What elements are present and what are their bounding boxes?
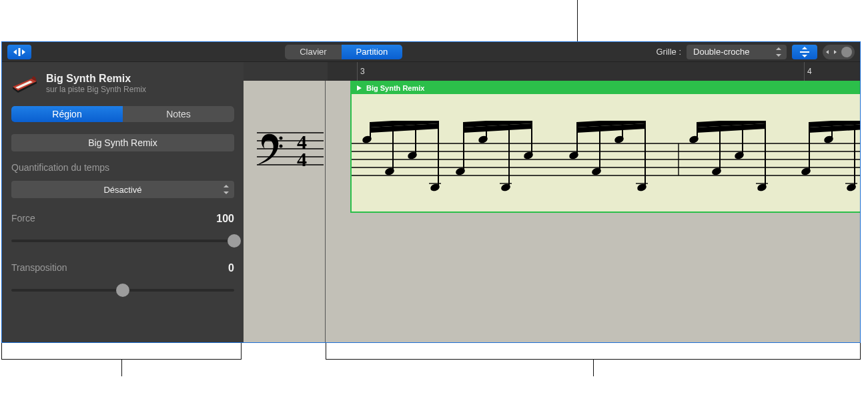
score-body[interactable]: 4 4 Big Synth Remix	[244, 81, 860, 342]
tab-region[interactable]: Région	[11, 106, 123, 122]
callout-line-top	[577, 0, 578, 41]
chevron-updown-icon	[224, 185, 230, 194]
toolbar: Clavier Partition Grille : Double-croche	[2, 42, 860, 62]
score-editor-window: Clavier Partition Grille : Double-croche	[1, 41, 861, 343]
quantize-select[interactable]: Désactivé	[11, 181, 234, 198]
region-name-field[interactable]: Big Synth Remix	[11, 134, 234, 151]
chevron-updown-icon	[776, 47, 783, 57]
track-title: Big Synth Remix	[46, 73, 146, 85]
force-label: Force	[11, 213, 35, 225]
catch-playhead-button[interactable]	[7, 45, 31, 59]
midi-region[interactable]: Big Synth Remix	[350, 81, 860, 213]
ruler-tick: 4	[804, 62, 812, 81]
region-header[interactable]: Big Synth Remix	[352, 82, 860, 94]
transpose-value: 0	[228, 262, 234, 274]
svg-point-8	[280, 145, 283, 148]
quantize-label: Quantification du temps	[11, 162, 234, 173]
inspector-panel: Big Synth Remix sur la piste Big Synth R…	[2, 62, 244, 342]
callout-bracket-score	[326, 343, 861, 360]
ruler-tick: 3	[357, 62, 365, 81]
slider-thumb[interactable]	[228, 234, 241, 248]
grid-label: Grille :	[656, 47, 681, 57]
quantize-value: Désactivé	[103, 185, 141, 195]
bass-clef-icon	[257, 134, 278, 165]
svg-rect-1	[800, 51, 809, 53]
tab-partition[interactable]: Partition	[342, 45, 403, 59]
force-value: 100	[216, 213, 234, 225]
transpose-label: Transposition	[11, 262, 67, 274]
toggle-knob	[841, 47, 852, 57]
svg-text:4: 4	[297, 148, 307, 170]
track-header: Big Synth Remix sur la piste Big Synth R…	[11, 73, 234, 94]
link-toggle[interactable]	[823, 45, 855, 59]
svg-rect-0	[19, 48, 21, 56]
callout-bracket-inspector	[1, 343, 242, 360]
svg-point-7	[280, 137, 283, 140]
playhead[interactable]	[325, 81, 326, 342]
view-mode-segmented: Clavier Partition	[285, 45, 402, 59]
region-staff	[352, 121, 860, 201]
grid-select[interactable]: Double-croche	[687, 45, 787, 59]
transpose-slider[interactable]	[11, 284, 234, 297]
slider-thumb[interactable]	[116, 284, 129, 297]
vertical-autozoom-button[interactable]	[792, 45, 817, 59]
clef-and-timesig: 4 4	[257, 122, 324, 175]
score-area: 3 4 4	[244, 62, 860, 342]
force-slider[interactable]	[11, 234, 234, 248]
grid-select-value: Double-croche	[693, 47, 750, 57]
keyboard-icon	[11, 73, 38, 93]
region-header-name: Big Synth Remix	[366, 84, 424, 92]
ruler[interactable]: 3 4	[244, 62, 860, 81]
tab-clavier[interactable]: Clavier	[285, 45, 341, 59]
track-subtitle: sur la piste Big Synth Remix	[46, 85, 146, 94]
inspector-tabs: Région Notes	[11, 106, 234, 122]
tab-notes[interactable]: Notes	[123, 106, 234, 122]
